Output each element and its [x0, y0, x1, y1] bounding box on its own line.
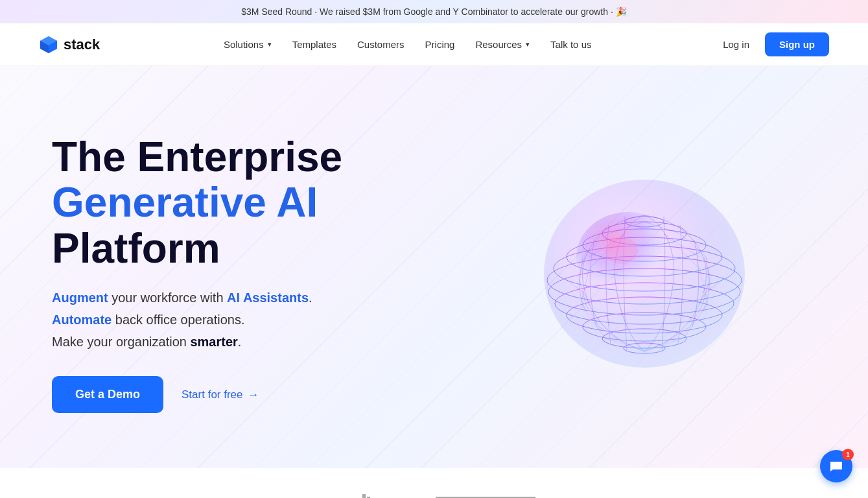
get-demo-button[interactable]: Get a Demo — [52, 376, 163, 413]
ai-blob — [508, 137, 780, 410]
announcement-bar: $3M Seed Round · We raised $3M from Goog… — [0, 0, 868, 23]
nav-item-templates: Templates — [285, 34, 344, 55]
signup-button[interactable]: Sign up — [765, 32, 829, 56]
talk-to-us-nav-link[interactable]: Talk to us — [543, 34, 599, 55]
hero-content: The Enterprise Generative AI Platform Au… — [52, 134, 472, 413]
logo-icon — [39, 35, 58, 54]
nav-item-solutions: Solutions ▾ — [216, 34, 279, 55]
svg-rect-45 — [362, 494, 366, 498]
hero-subtitle: Augment your workforce with AI Assistant… — [52, 287, 472, 353]
chevron-down-icon: ▾ — [526, 40, 530, 49]
logos-row: varos² zumma ✦UNIVERSITYOF YAMANASHI MAR… — [52, 494, 816, 498]
templates-nav-link[interactable]: Templates — [285, 34, 344, 55]
chat-icon — [829, 459, 843, 473]
nav-item-pricing: Pricing — [417, 34, 463, 55]
chevron-down-icon: ▾ — [268, 40, 272, 49]
navbar: stack Solutions ▾ Templates Customers Pr… — [0, 23, 868, 66]
logo-link[interactable]: stack — [39, 35, 100, 54]
customers-nav-link[interactable]: Customers — [349, 34, 412, 55]
hero-visual — [472, 137, 816, 410]
logo-text: stack — [64, 36, 100, 53]
resources-nav-button[interactable]: Resources ▾ — [467, 34, 537, 55]
chat-badge: 1 — [842, 449, 854, 460]
start-free-button[interactable]: Start for free → — [182, 388, 259, 401]
hero-cta: Get a Demo Start for free → — [52, 376, 472, 413]
logo-mit: MARTIN TRUSTCENTER FOR MITENTREPRENEURSH… — [327, 494, 396, 498]
blob-svg — [508, 137, 780, 410]
nav-item-customers: Customers — [349, 34, 412, 55]
svg-point-42 — [605, 238, 638, 264]
announcement-text: $3M Seed Round · We raised $3M from Goog… — [241, 6, 626, 17]
login-button[interactable]: Log in — [715, 34, 757, 55]
nav-item-resources: Resources ▾ — [467, 34, 537, 55]
mit-chart-icon — [352, 494, 371, 498]
hero-title: The Enterprise Generative AI Platform — [52, 134, 472, 271]
chat-widget[interactable]: 1 — [820, 450, 852, 482]
logos-section: varos² zumma ✦UNIVERSITYOF YAMANASHI MAR… — [0, 468, 868, 498]
arrow-icon: → — [248, 388, 259, 401]
nav-item-talk: Talk to us — [543, 34, 599, 55]
pricing-nav-link[interactable]: Pricing — [417, 34, 463, 55]
solutions-nav-button[interactable]: Solutions ▾ — [216, 34, 279, 55]
nav-actions: Log in Sign up — [715, 32, 829, 56]
nav-links: Solutions ▾ Templates Customers Pricing … — [216, 34, 600, 55]
hero-section: The Enterprise Generative AI Platform Au… — [0, 66, 868, 468]
